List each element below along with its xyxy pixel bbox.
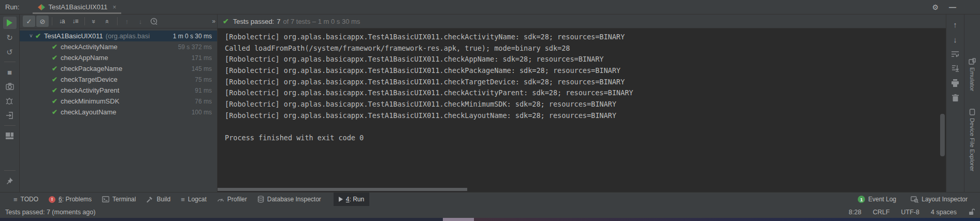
rerun-failed-tests-button[interactable]: ↻ <box>3 31 17 43</box>
soft-wrap-icon[interactable] <box>951 51 959 57</box>
strip-segment <box>443 218 474 221</box>
pin-tab-button[interactable] <box>3 174 17 187</box>
expand-all-button[interactable]: » <box>88 16 100 27</box>
tool-tab-run[interactable]: 4: Run <box>334 193 369 206</box>
sort-by-duration-button[interactable]: ↓≡ <box>69 16 81 27</box>
layout-inspector-icon <box>911 196 918 203</box>
gear-icon[interactable]: ⚙ <box>932 3 939 11</box>
tool-window-title: Run: <box>5 3 19 11</box>
auto-test-icon: ↺ <box>6 48 13 56</box>
print-icon[interactable] <box>951 79 959 87</box>
test-name: checkLayoutName <box>61 108 117 116</box>
tool-tab-label: Database Inspector <box>267 196 321 203</box>
stripe-button-device-file-explorer[interactable]: Device File Explorer <box>969 109 975 171</box>
close-icon[interactable]: × <box>112 4 116 11</box>
toolbar-separator <box>4 170 16 171</box>
toggle-auto-test-button[interactable]: ↺ <box>3 46 17 58</box>
vertical-scrollbar[interactable] <box>940 114 945 156</box>
run-config-tab-label: TestA1BasicUIX011 <box>48 3 107 11</box>
test-passed-icon: ✔ <box>52 43 57 51</box>
test-row[interactable]: ✔ checkLayoutName 100 ms <box>20 107 217 117</box>
indent-indicator[interactable]: 4 spaces <box>931 209 957 216</box>
tool-tab-layout-inspector[interactable]: Layout Inspector <box>905 196 973 203</box>
clear-console-icon[interactable] <box>952 94 959 102</box>
console-line: [Robolectric] org.aplas.basicappx.TestA1… <box>225 78 946 89</box>
show-ignored-toggle[interactable]: ⊘ <box>36 16 49 27</box>
line-ending-indicator[interactable]: CRLF <box>873 209 890 216</box>
test-row[interactable]: ✔ checkActivityName 59 s 372 ms <box>20 41 217 52</box>
test-name: checkAppName <box>61 54 108 62</box>
test-history-button[interactable] <box>148 16 160 27</box>
toolbar-separator <box>117 17 118 25</box>
tool-tab-profiler[interactable]: Profiler <box>212 193 252 206</box>
tool-tab-database-inspector[interactable]: Database Inspector <box>252 193 326 206</box>
test-name: checkActivityName <box>61 43 118 51</box>
attach-debugger-button[interactable] <box>3 95 17 107</box>
sort-duration-icon: ↓≡ <box>72 18 78 25</box>
caret-position[interactable]: 8:28 <box>849 209 861 216</box>
scroll-down-icon[interactable]: ↓ <box>953 36 957 43</box>
tool-tab-label: TODO <box>21 196 38 203</box>
console-line: Called loadFromPath(/system/framework/fr… <box>225 44 946 55</box>
test-row[interactable]: ✔ checkMinimumSDK 76 ms <box>20 96 217 107</box>
status-bar: Tests passed: 7 (moments ago) 8:28 CRLF … <box>0 206 980 218</box>
console-panel: ✔ Tests passed: 7 of 7 tests – 1 m 0 s 3… <box>218 14 946 192</box>
show-passed-toggle[interactable]: ✓ <box>23 16 35 27</box>
emulator-icon <box>969 58 976 65</box>
stripe-button-emulator[interactable]: Emulator <box>969 58 976 91</box>
summary-passed-label: Tests passed: <box>233 18 275 25</box>
restore-layout-button[interactable] <box>3 109 17 122</box>
test-duration: 91 ms <box>195 87 217 94</box>
tool-window-bar: ≡ TODO ! 6: Problems Terminal Build ≡ Lo… <box>0 192 980 206</box>
tool-tab-terminal[interactable]: Terminal <box>97 193 141 206</box>
minimize-icon[interactable]: — <box>949 3 956 11</box>
test-suite-row[interactable]: ˅ ✔ TestA1BasicUIX011 (org.aplas.basi 1 … <box>20 31 217 41</box>
strip-segment <box>0 218 443 221</box>
tool-tab-label: Terminal <box>112 196 136 203</box>
test-row[interactable]: ✔ checkAppName 171 ms <box>20 52 217 63</box>
test-rows: ✔ checkActivityName 59 s 372 ms ✔ checkA… <box>20 41 217 117</box>
test-passed-icon: ✔ <box>52 65 57 72</box>
rerun-button[interactable] <box>3 17 17 29</box>
tool-tab-logcat[interactable]: ≡ Logcat <box>176 193 212 206</box>
suite-duration: 1 m 0 s 30 ms <box>173 33 217 40</box>
tool-tab-label: Build <box>156 196 170 203</box>
device-icon <box>969 109 975 115</box>
chevron-down-icon[interactable]: ˅ <box>27 33 35 39</box>
encoding-indicator[interactable]: UTF-8 <box>901 209 919 216</box>
suite-passed-icon: ✔ <box>35 32 41 40</box>
status-message: Tests passed: 7 (moments ago) <box>5 209 95 216</box>
console-line: [Robolectric] org.aplas.basicappx.TestA1… <box>225 111 946 123</box>
collapse-all-button[interactable]: « <box>102 16 114 27</box>
summary-check-icon: ✔ <box>223 17 229 25</box>
scroll-to-end-icon[interactable] <box>952 65 959 72</box>
screen-bottom-strip <box>0 218 980 221</box>
screenshot-button[interactable] <box>3 80 17 93</box>
import-arrow-icon <box>6 112 13 119</box>
up-arrow-icon: ↑ <box>125 18 129 25</box>
ignore-icon: ⊘ <box>40 18 46 25</box>
console-output[interactable]: [Robolectric] org.aplas.basicappx.TestA1… <box>218 28 946 192</box>
summary-passed-count: 7 <box>277 18 280 25</box>
stop-button[interactable]: ■ <box>3 66 17 78</box>
tool-tab-problems[interactable]: ! 6: Problems <box>44 193 97 206</box>
test-row[interactable]: ✔ checkActivityParent 91 ms <box>20 85 217 96</box>
tool-tab-event-log[interactable]: 1 Event Log <box>853 196 901 203</box>
test-row[interactable]: ✔ checkPackageName 145 ms <box>20 63 217 74</box>
toolbar-separator <box>52 17 52 25</box>
unlock-icon[interactable] <box>968 209 975 215</box>
next-occurrence-button[interactable]: ↓ <box>134 16 147 27</box>
profiler-gauge-icon <box>217 196 224 202</box>
test-passed-icon: ✔ <box>52 76 57 83</box>
tool-tab-todo[interactable]: ≡ TODO <box>8 193 44 206</box>
tool-tab-build[interactable]: Build <box>141 193 176 206</box>
horizontal-scrollbar[interactable] <box>218 188 467 191</box>
run-config-tab[interactable]: TestA1BasicUIX011 × <box>33 0 121 14</box>
scroll-up-icon[interactable]: ↑ <box>953 21 957 28</box>
previous-occurrence-button[interactable]: ↑ <box>121 16 133 27</box>
layout-settings-button[interactable] <box>3 129 17 142</box>
toolbar-overflow-icon[interactable]: » <box>212 18 215 25</box>
run-tab-icon <box>339 197 343 202</box>
sort-alphabetically-button[interactable]: ↓a <box>55 16 68 27</box>
test-row[interactable]: ✔ checkTargetDevice 75 ms <box>20 74 217 85</box>
